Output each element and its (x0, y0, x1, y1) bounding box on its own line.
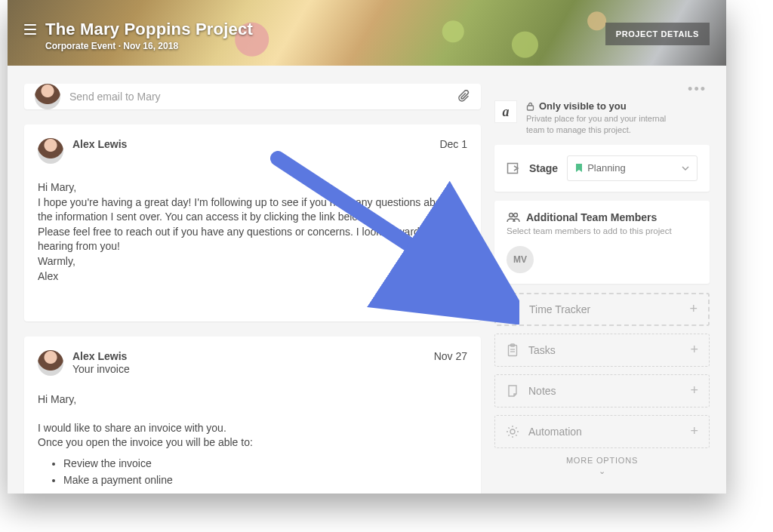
eye-icon (406, 298, 417, 306)
message-body: Hi Mary,I hope you're having a great day… (38, 180, 467, 284)
svg-point-6 (510, 213, 513, 217)
list-item: Make a payment online (63, 473, 467, 488)
stage-select[interactable]: Planning (567, 155, 698, 181)
widget-tasks[interactable]: Tasks + (494, 334, 710, 367)
avatar (38, 350, 63, 376)
svg-line-21 (516, 427, 516, 428)
stage-panel: Stage Planning (494, 145, 710, 192)
message-date: Nov 27 (434, 350, 467, 362)
team-icon (507, 212, 520, 223)
plus-icon: + (690, 423, 698, 439)
workspace-logo: a (494, 100, 517, 123)
svg-point-7 (514, 213, 518, 217)
message-card: Alex Lewis Your invoice Nov 27 Hi Mary, … (24, 337, 481, 494)
team-member-chip[interactable]: MV (507, 246, 534, 273)
message-author: Alex Lewis (72, 350, 425, 362)
svg-rect-5 (508, 163, 518, 173)
attachment-icon[interactable] (458, 90, 470, 103)
lock-icon (526, 102, 534, 111)
gear-icon (506, 425, 519, 438)
message-card: Alex Lewis Dec 1 Hi Mary,I hope you're h… (24, 125, 481, 321)
svg-line-18 (508, 427, 509, 428)
menu-icon[interactable] (24, 24, 36, 35)
more-menu-icon[interactable]: ••• (688, 81, 707, 97)
message-date: Dec 1 (439, 138, 467, 150)
avatar (38, 138, 63, 164)
svg-line-20 (508, 435, 509, 435)
svg-point-3 (410, 301, 412, 303)
list-item: Review the invoice (63, 457, 467, 472)
widget-automation[interactable]: Automation + (494, 415, 710, 448)
plus-icon: + (690, 342, 698, 358)
plus-icon: + (690, 383, 698, 398)
clipboard-icon (506, 343, 519, 357)
message-author: Alex Lewis (72, 138, 430, 150)
project-subtitle: Corporate Event · Nov 16, 2018 (45, 41, 253, 51)
clock-icon (507, 303, 520, 316)
chevron-down-icon (682, 166, 689, 171)
project-title: The Mary Poppins Project (45, 20, 253, 39)
plus-icon: + (689, 301, 698, 317)
stage-icon (507, 161, 520, 175)
svg-line-19 (516, 435, 516, 435)
stage-label: Stage (529, 162, 558, 174)
visibility-notice: a Only visible to you Private place for … (494, 100, 710, 136)
more-options-button[interactable]: MORE OPTIONS ⌄ (494, 456, 710, 476)
message-subject: Your invoice (72, 363, 425, 375)
compose-input[interactable] (69, 91, 458, 103)
compose-box[interactable] (24, 84, 481, 109)
message-body: Hi Mary, I would like to share an invoic… (38, 392, 467, 487)
avatar (35, 84, 60, 109)
chevron-down-icon: ⌄ (494, 466, 710, 476)
project-hero: The Mary Poppins Project Corporate Event… (8, 0, 726, 66)
unread-badge[interactable]: UNREAD (396, 294, 467, 309)
team-panel: Additional Team Members Select team memb… (494, 201, 710, 284)
widget-time-tracker[interactable]: Time Tracker + (494, 293, 710, 326)
widget-notes[interactable]: Notes + (494, 374, 710, 407)
svg-point-13 (510, 429, 515, 434)
svg-rect-4 (528, 106, 534, 110)
project-details-button[interactable]: PROJECT DETAILS (605, 23, 710, 45)
bookmark-icon (575, 164, 583, 173)
note-icon (506, 384, 519, 398)
